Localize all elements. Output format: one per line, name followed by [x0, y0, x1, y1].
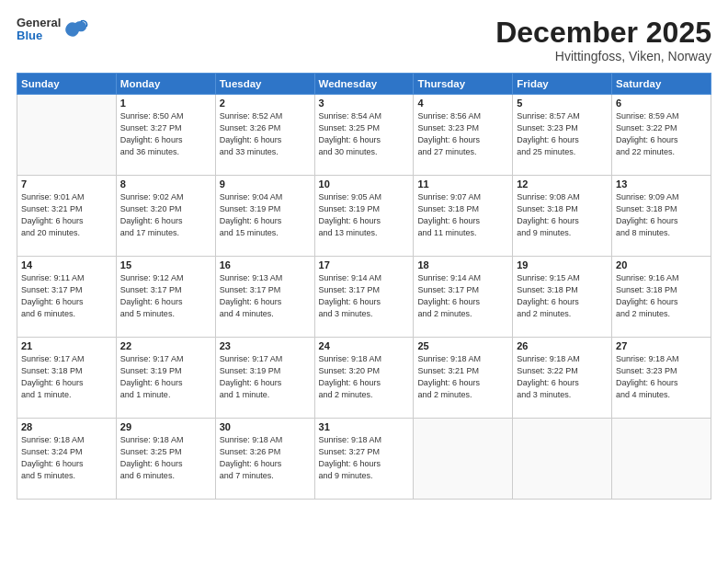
day-info: Sunrise: 8:52 AM Sunset: 3:26 PM Dayligh…: [220, 110, 311, 158]
calendar-cell: 27Sunrise: 9:18 AM Sunset: 3:23 PM Dayli…: [612, 338, 711, 419]
day-info: Sunrise: 9:01 AM Sunset: 3:21 PM Dayligh…: [21, 191, 112, 239]
calendar-day-header: Thursday: [414, 74, 513, 95]
day-info: Sunrise: 9:18 AM Sunset: 3:27 PM Dayligh…: [319, 434, 410, 482]
day-number: 4: [417, 98, 508, 109]
calendar-cell: 8Sunrise: 9:02 AM Sunset: 3:20 PM Daylig…: [116, 176, 215, 257]
day-info: Sunrise: 9:16 AM Sunset: 3:18 PM Dayligh…: [616, 272, 707, 320]
calendar-day-header: Friday: [513, 74, 612, 95]
calendar-cell: 11Sunrise: 9:07 AM Sunset: 3:18 PM Dayli…: [414, 176, 513, 257]
calendar-cell: 22Sunrise: 9:17 AM Sunset: 3:19 PM Dayli…: [116, 338, 215, 419]
calendar-cell: 21Sunrise: 9:17 AM Sunset: 3:18 PM Dayli…: [17, 338, 117, 419]
day-info: Sunrise: 9:18 AM Sunset: 3:20 PM Dayligh…: [319, 353, 410, 401]
day-info: Sunrise: 9:18 AM Sunset: 3:26 PM Dayligh…: [220, 434, 311, 482]
day-info: Sunrise: 9:18 AM Sunset: 3:22 PM Dayligh…: [517, 353, 608, 401]
calendar-cell: 24Sunrise: 9:18 AM Sunset: 3:20 PM Dayli…: [314, 338, 414, 419]
day-number: 7: [21, 178, 112, 190]
day-number: 5: [517, 98, 608, 109]
calendar-cell: 20Sunrise: 9:16 AM Sunset: 3:18 PM Dayli…: [612, 257, 711, 338]
logo-text: General Blue: [17, 17, 61, 43]
calendar-cell: 7Sunrise: 9:01 AM Sunset: 3:21 PM Daylig…: [17, 176, 117, 257]
calendar-cell: 4Sunrise: 8:56 AM Sunset: 3:23 PM Daylig…: [414, 95, 513, 176]
calendar-cell: 17Sunrise: 9:14 AM Sunset: 3:17 PM Dayli…: [314, 257, 414, 338]
day-number: 21: [21, 340, 112, 351]
day-number: 19: [517, 259, 608, 270]
day-number: 20: [616, 259, 707, 270]
calendar-cell: [17, 95, 117, 176]
day-number: 8: [120, 178, 211, 190]
day-number: 26: [517, 340, 608, 351]
calendar-day-header: Tuesday: [215, 74, 314, 95]
day-info: Sunrise: 8:57 AM Sunset: 3:23 PM Dayligh…: [517, 110, 608, 158]
day-number: 30: [220, 421, 311, 432]
calendar-cell: 12Sunrise: 9:08 AM Sunset: 3:18 PM Dayli…: [513, 176, 612, 257]
calendar-week-row: 14Sunrise: 9:11 AM Sunset: 3:17 PM Dayli…: [17, 257, 711, 338]
day-info: Sunrise: 9:11 AM Sunset: 3:17 PM Dayligh…: [21, 272, 112, 320]
calendar-cell: 25Sunrise: 9:18 AM Sunset: 3:21 PM Dayli…: [414, 338, 513, 419]
logo-general: General: [17, 17, 61, 29]
day-info: Sunrise: 8:54 AM Sunset: 3:25 PM Dayligh…: [319, 110, 410, 158]
day-number: 2: [220, 98, 311, 109]
day-info: Sunrise: 9:18 AM Sunset: 3:23 PM Dayligh…: [616, 353, 707, 401]
day-number: 9: [220, 178, 311, 190]
day-number: 31: [319, 421, 410, 432]
logo-bird-icon: [63, 19, 88, 40]
day-info: Sunrise: 8:50 AM Sunset: 3:27 PM Dayligh…: [120, 110, 211, 158]
calendar-cell: 2Sunrise: 8:52 AM Sunset: 3:26 PM Daylig…: [215, 95, 314, 176]
calendar-cell: 6Sunrise: 8:59 AM Sunset: 3:22 PM Daylig…: [612, 95, 711, 176]
calendar-week-row: 28Sunrise: 9:18 AM Sunset: 3:24 PM Dayli…: [17, 419, 711, 500]
day-info: Sunrise: 9:18 AM Sunset: 3:24 PM Dayligh…: [21, 434, 112, 482]
day-number: 13: [616, 178, 707, 190]
calendar-cell: 31Sunrise: 9:18 AM Sunset: 3:27 PM Dayli…: [314, 419, 414, 500]
location: Hvittingfoss, Viken, Norway: [495, 49, 711, 63]
day-info: Sunrise: 9:08 AM Sunset: 3:18 PM Dayligh…: [517, 191, 608, 239]
day-info: Sunrise: 9:13 AM Sunset: 3:17 PM Dayligh…: [220, 272, 311, 320]
calendar-cell: 5Sunrise: 8:57 AM Sunset: 3:23 PM Daylig…: [513, 95, 612, 176]
day-info: Sunrise: 9:17 AM Sunset: 3:19 PM Dayligh…: [220, 353, 311, 401]
calendar-day-header: Saturday: [612, 74, 711, 95]
header: General Blue December 2025 Hvittingfoss,…: [17, 17, 711, 63]
calendar-day-header: Monday: [116, 74, 215, 95]
day-number: 11: [417, 178, 508, 190]
calendar-week-row: 7Sunrise: 9:01 AM Sunset: 3:21 PM Daylig…: [17, 176, 711, 257]
day-number: 18: [417, 259, 508, 270]
calendar-cell: 1Sunrise: 8:50 AM Sunset: 3:27 PM Daylig…: [116, 95, 215, 176]
calendar-cell: 3Sunrise: 8:54 AM Sunset: 3:25 PM Daylig…: [314, 95, 414, 176]
calendar-week-row: 1Sunrise: 8:50 AM Sunset: 3:27 PM Daylig…: [17, 95, 711, 176]
day-info: Sunrise: 9:14 AM Sunset: 3:17 PM Dayligh…: [319, 272, 410, 320]
day-info: Sunrise: 9:15 AM Sunset: 3:18 PM Dayligh…: [517, 272, 608, 320]
calendar-week-row: 21Sunrise: 9:17 AM Sunset: 3:18 PM Dayli…: [17, 338, 711, 419]
calendar-day-header: Wednesday: [314, 74, 414, 95]
calendar-cell: 16Sunrise: 9:13 AM Sunset: 3:17 PM Dayli…: [215, 257, 314, 338]
title-block: December 2025 Hvittingfoss, Viken, Norwa…: [495, 17, 711, 63]
day-info: Sunrise: 9:14 AM Sunset: 3:17 PM Dayligh…: [417, 272, 508, 320]
calendar-cell: [414, 419, 513, 500]
logo: General Blue: [17, 17, 88, 43]
calendar-cell: 26Sunrise: 9:18 AM Sunset: 3:22 PM Dayli…: [513, 338, 612, 419]
day-info: Sunrise: 9:18 AM Sunset: 3:25 PM Dayligh…: [120, 434, 211, 482]
day-info: Sunrise: 8:56 AM Sunset: 3:23 PM Dayligh…: [417, 110, 508, 158]
calendar-cell: 13Sunrise: 9:09 AM Sunset: 3:18 PM Dayli…: [612, 176, 711, 257]
calendar-table: SundayMondayTuesdayWednesdayThursdayFrid…: [17, 73, 711, 500]
calendar-cell: 14Sunrise: 9:11 AM Sunset: 3:17 PM Dayli…: [17, 257, 117, 338]
day-number: 3: [319, 98, 410, 109]
day-number: 27: [616, 340, 707, 351]
day-number: 1: [120, 98, 211, 109]
day-info: Sunrise: 9:02 AM Sunset: 3:20 PM Dayligh…: [120, 191, 211, 239]
day-number: 25: [417, 340, 508, 351]
day-info: Sunrise: 8:59 AM Sunset: 3:22 PM Dayligh…: [616, 110, 707, 158]
day-number: 22: [120, 340, 211, 351]
day-info: Sunrise: 9:09 AM Sunset: 3:18 PM Dayligh…: [616, 191, 707, 239]
logo-blue: Blue: [17, 29, 61, 42]
day-number: 24: [319, 340, 410, 351]
calendar-cell: 10Sunrise: 9:05 AM Sunset: 3:19 PM Dayli…: [314, 176, 414, 257]
day-info: Sunrise: 9:17 AM Sunset: 3:18 PM Dayligh…: [21, 353, 112, 401]
day-number: 6: [616, 98, 707, 109]
day-info: Sunrise: 9:12 AM Sunset: 3:17 PM Dayligh…: [120, 272, 211, 320]
calendar-cell: 30Sunrise: 9:18 AM Sunset: 3:26 PM Dayli…: [215, 419, 314, 500]
calendar-cell: 23Sunrise: 9:17 AM Sunset: 3:19 PM Dayli…: [215, 338, 314, 419]
month-title: December 2025: [495, 17, 711, 49]
day-info: Sunrise: 9:18 AM Sunset: 3:21 PM Dayligh…: [417, 353, 508, 401]
day-number: 10: [319, 178, 410, 190]
day-number: 17: [319, 259, 410, 270]
day-number: 28: [21, 421, 112, 432]
